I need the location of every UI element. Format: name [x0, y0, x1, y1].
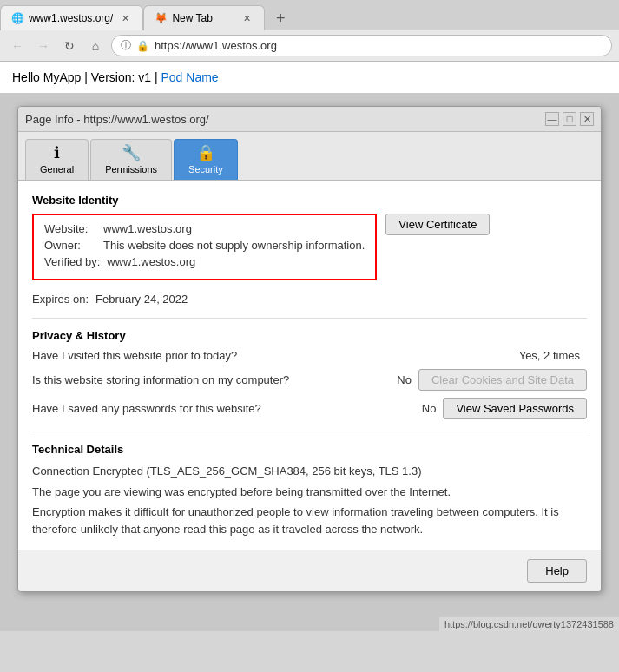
dialog-controls: — □ ✕: [545, 112, 594, 126]
minimize-button[interactable]: —: [545, 112, 559, 126]
technical-line-1: Connection Encrypted (TLS_AES_256_GCM_SH…: [32, 463, 587, 480]
lock-icon: 🔒: [136, 40, 149, 52]
address-bar-row: ← → ↻ ⌂ ⓘ 🔒 https://www1.westos.org: [0, 30, 619, 61]
verifiedby-value: www1.westos.org: [107, 255, 195, 268]
technical-details-title: Technical Details: [32, 443, 587, 456]
page-info-dialog: Page Info - https://www1.westos.org/ — □…: [17, 106, 602, 592]
url-text: https://www1.westos.org: [155, 39, 603, 52]
dialog-body: Website Identity Website: www1.westos.or…: [18, 181, 601, 550]
tab-close-1[interactable]: ✕: [118, 11, 132, 25]
identity-section: Website: www1.westos.org Owner: This web…: [32, 214, 587, 287]
owner-label: Owner:: [44, 239, 96, 252]
visited-answer: Yes, 2 times: [519, 349, 580, 362]
tab-1[interactable]: 🌐 www1.westos.org/ ✕: [0, 5, 143, 30]
clear-cookies-button[interactable]: Clear Cookies and Site Data: [418, 369, 587, 391]
passwords-row: Have I saved any passwords for this webs…: [32, 398, 587, 419]
passwords-answer: No: [422, 402, 437, 415]
visited-question: Have I visited this website prior to tod…: [32, 349, 519, 362]
permissions-tab-icon: 🔧: [122, 145, 141, 161]
status-url: https://blog.csdn.net/qwerty1372431588: [444, 619, 614, 629]
view-certificate-button[interactable]: View Certificate: [385, 214, 490, 235]
tab-title-2: New Tab: [172, 12, 234, 24]
browser-chrome: 🌐 www1.westos.org/ ✕ 🦊 New Tab ✕ + ← → ↻…: [0, 0, 619, 62]
expires-label: Expires on:: [32, 293, 89, 306]
expires-row: Expires on: February 24, 2022: [32, 293, 587, 306]
verifiedby-label: Verified by:: [44, 255, 100, 268]
tab-2[interactable]: 🦊 New Tab ✕: [143, 5, 265, 30]
tab-favicon-1: 🌐: [11, 12, 23, 24]
security-tab-icon: 🔒: [196, 145, 215, 161]
restore-button[interactable]: □: [563, 112, 576, 126]
storing-question: Is this website storing information on m…: [32, 373, 397, 386]
tab-close-2[interactable]: ✕: [240, 11, 254, 25]
dialog-area: Page Info - https://www1.westos.org/ — □…: [0, 93, 619, 631]
dialog-tab-strip: ℹ General 🔧 Permissions 🔒 Security: [18, 132, 601, 181]
pod-name-link[interactable]: Pod Name: [161, 70, 218, 84]
privacy-history-section: Privacy & History Have I visited this we…: [32, 318, 587, 419]
technical-details-section: Technical Details Connection Encrypted (…: [32, 432, 587, 537]
page-content: Hello MyApp | Version: v1 | Pod Name: [0, 62, 619, 93]
status-bar: https://blog.csdn.net/qwerty1372431588: [439, 617, 619, 631]
help-button[interactable]: Help: [527, 559, 587, 583]
view-saved-passwords-button[interactable]: View Saved Passwords: [443, 398, 587, 419]
security-tab-label: Security: [188, 164, 223, 175]
general-tab-icon: ℹ: [54, 145, 60, 161]
website-label: Website:: [44, 222, 96, 235]
storing-answer: No: [397, 373, 412, 386]
dialog-titlebar: Page Info - https://www1.westos.org/ — □…: [18, 107, 601, 132]
expires-value: February 24, 2022: [95, 293, 188, 306]
owner-row: Owner: This website does not supply owne…: [44, 239, 365, 252]
back-button[interactable]: ←: [7, 36, 28, 56]
tab-favicon-2: 🦊: [155, 12, 167, 24]
reload-button[interactable]: ↻: [59, 36, 80, 56]
permissions-tab-label: Permissions: [105, 164, 157, 175]
identity-box: Website: www1.westos.org Owner: This web…: [32, 214, 377, 280]
forward-button[interactable]: →: [33, 36, 54, 56]
tab-security[interactable]: 🔒 Security: [174, 139, 238, 180]
tab-general[interactable]: ℹ General: [25, 139, 89, 180]
tab-bar: 🌐 www1.westos.org/ ✕ 🦊 New Tab ✕ +: [0, 0, 619, 30]
home-button[interactable]: ⌂: [85, 36, 106, 56]
website-identity-title: Website Identity: [32, 194, 587, 207]
tab-permissions[interactable]: 🔧 Permissions: [90, 139, 172, 180]
new-tab-button[interactable]: +: [268, 6, 293, 30]
website-row: Website: www1.westos.org: [44, 222, 365, 235]
general-tab-label: General: [40, 164, 74, 175]
storing-row: Is this website storing information on m…: [32, 369, 587, 391]
tab-title-1: www1.westos.org/: [29, 12, 113, 24]
privacy-history-title: Privacy & History: [32, 329, 587, 342]
dialog-footer: Help: [18, 550, 601, 591]
visited-row: Have I visited this website prior to tod…: [32, 349, 587, 362]
passwords-question: Have I saved any passwords for this webs…: [32, 402, 422, 415]
close-button[interactable]: ✕: [580, 112, 594, 126]
website-value: www1.westos.org: [103, 222, 192, 235]
address-bar[interactable]: ⓘ 🔒 https://www1.westos.org: [111, 35, 612, 56]
technical-line-2: The page you are viewing was encrypted b…: [32, 484, 587, 501]
verifiedby-row: Verified by: www1.westos.org: [44, 255, 365, 268]
owner-value: This website does not supply ownership i…: [103, 239, 365, 252]
technical-line-3: Encryption makes it difficult for unauth…: [32, 504, 587, 537]
dialog-title: Page Info - https://www1.westos.org/: [25, 113, 209, 126]
info-icon: ⓘ: [121, 38, 131, 53]
